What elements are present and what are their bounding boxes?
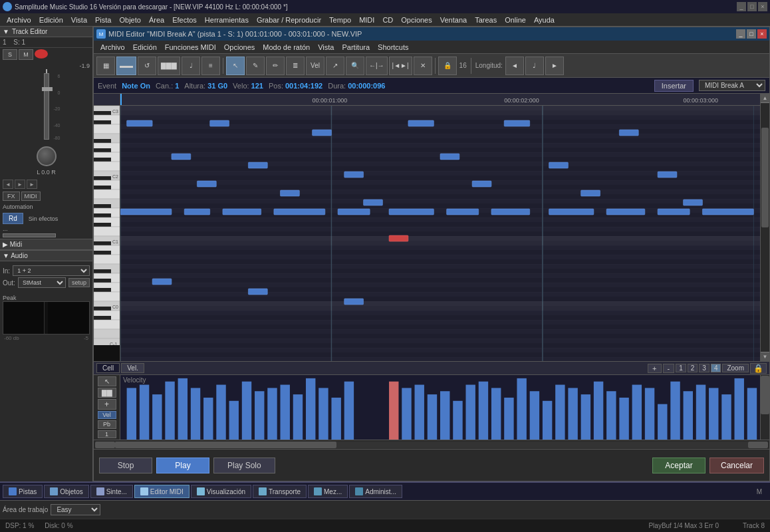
h-scroll-track[interactable]: [115, 442, 748, 448]
vel-minus-button[interactable]: -: [663, 364, 675, 373]
vel-vel-button[interactable]: Vel: [98, 411, 116, 419]
close-button[interactable]: ×: [758, 2, 767, 11]
menu-edicion[interactable]: Edición: [35, 13, 67, 27]
scroll-thumb-v[interactable]: [761, 128, 769, 227]
h-scroll-right[interactable]: [748, 442, 768, 448]
output-select[interactable]: StMast: [18, 277, 66, 288]
tool-pencil[interactable]: ✎: [246, 57, 265, 75]
taskbar-editor-midi[interactable]: Editor MIDI: [134, 485, 190, 498]
tool-trim[interactable]: |◄►|: [389, 57, 412, 75]
tool-lines[interactable]: ≣: [286, 57, 305, 75]
scroll-up-button[interactable]: ▲: [761, 94, 769, 103]
minimize-button[interactable]: _: [737, 2, 746, 11]
menu-ventana[interactable]: Ventana: [436, 13, 471, 27]
midi-section-header[interactable]: ▶ Midi: [0, 239, 92, 250]
midi-close-button[interactable]: ×: [757, 29, 767, 39]
menu-pista[interactable]: Pista: [91, 13, 115, 27]
menu-vista[interactable]: Vista: [67, 13, 91, 27]
vel-num-3[interactable]: 3: [699, 364, 709, 372]
longuitud-right[interactable]: ►: [545, 57, 564, 75]
note-canvas[interactable]: [120, 106, 760, 361]
taskbar-objetos[interactable]: Objetos: [44, 485, 88, 498]
menu-grabar[interactable]: Grabar / Reproducir: [253, 13, 325, 27]
menu-ayuda[interactable]: Ayuda: [530, 13, 559, 27]
vel-num-4[interactable]: 4: [711, 364, 721, 372]
longuitud-left[interactable]: ◄: [505, 57, 524, 75]
taskbar-visualizacion[interactable]: Visualización: [191, 485, 251, 498]
menu-opciones[interactable]: Opciones: [397, 13, 436, 27]
midi-menu-opciones[interactable]: Opciones: [220, 41, 259, 54]
velocity-bars-area[interactable]: Velocity: [120, 375, 760, 440]
tool-notes[interactable]: ♩: [182, 57, 200, 75]
maximize-button[interactable]: □: [747, 2, 757, 11]
menu-tempo[interactable]: Tempo: [325, 13, 355, 27]
zoom-button[interactable]: Zoom: [722, 364, 749, 372]
tool-vel[interactable]: Vel: [306, 57, 324, 75]
fx-button[interactable]: FX: [3, 192, 20, 201]
midi-menu-shortcuts[interactable]: Shortcuts: [374, 41, 412, 54]
vel-1-button[interactable]: 1: [98, 430, 116, 438]
vel-scroll-thumb[interactable]: [761, 376, 769, 414]
h-scroll-left[interactable]: [95, 442, 115, 448]
tool-loop[interactable]: ↺: [138, 57, 156, 75]
tool-select[interactable]: ↖: [226, 57, 245, 75]
menu-cd[interactable]: CD: [378, 13, 397, 27]
taskbar-pistas[interactable]: Pistas: [3, 485, 43, 498]
midi-break-select[interactable]: MIDI Break A: [699, 80, 765, 91]
rec-button[interactable]: [35, 49, 48, 59]
menu-online[interactable]: Online: [501, 13, 530, 27]
scroll-down-button[interactable]: ▼: [761, 352, 769, 361]
tool-grid[interactable]: ▦: [96, 57, 115, 75]
menu-midi[interactable]: MIDI: [355, 13, 378, 27]
rd-button[interactable]: Rd: [3, 213, 23, 224]
menu-herramientas[interactable]: Herramientas: [201, 13, 253, 27]
vertical-scrollbar[interactable]: ▲ ▼: [760, 94, 769, 361]
lock-vel-button[interactable]: 🔒: [750, 363, 767, 374]
s-button[interactable]: S: [3, 49, 17, 60]
setup-button[interactable]: setup: [68, 278, 90, 287]
play-solo-button[interactable]: Play Solo: [213, 458, 275, 473]
tool-arrow-right[interactable]: ↗: [326, 57, 344, 75]
ch-btn-2[interactable]: ►: [15, 180, 25, 189]
input-select[interactable]: 1 + 2: [13, 265, 90, 276]
taskbar-mez[interactable]: Mez...: [308, 485, 348, 498]
midi-menu-modo[interactable]: Modo de ratón: [259, 41, 314, 54]
midi-menu-edicion[interactable]: Edición: [129, 41, 161, 54]
m-button[interactable]: M: [19, 49, 33, 60]
midi-button[interactable]: MIDI: [21, 192, 41, 201]
menu-efectos[interactable]: Efectos: [168, 13, 201, 27]
menu-area[interactable]: Área: [145, 13, 168, 27]
vel-add-button[interactable]: +: [98, 399, 116, 410]
audio-section-header[interactable]: ▼ Audio: [0, 250, 92, 261]
midi-menu-partitura[interactable]: Partitura: [338, 41, 374, 54]
taskbar-administ[interactable]: Administ...: [349, 485, 402, 498]
collapse-arrow[interactable]: ▼: [3, 28, 9, 35]
tool-bars[interactable]: ▇▇▇: [158, 57, 180, 75]
tool-expand[interactable]: ←|→: [366, 57, 388, 75]
aceptar-button[interactable]: Aceptar: [652, 458, 706, 473]
midi-maximize-button[interactable]: □: [747, 29, 756, 39]
horizontal-scrollbar[interactable]: [94, 440, 769, 449]
fader-thumb[interactable]: [42, 87, 53, 91]
tool-draw[interactable]: ✏: [266, 57, 285, 75]
menu-tareas[interactable]: Tareas: [471, 13, 501, 27]
taskbar-sinte[interactable]: Sinte...: [90, 485, 133, 498]
vel-plus-button[interactable]: +: [648, 364, 661, 373]
menu-objeto[interactable]: Objeto: [116, 13, 145, 27]
tool-piano[interactable]: ▬▬: [116, 57, 136, 75]
cancelar-button[interactable]: Cancelar: [709, 458, 764, 473]
tab-vel[interactable]: Vel.: [121, 363, 144, 373]
vel-cursor-button[interactable]: ↖: [98, 376, 116, 386]
midi-menu-vista[interactable]: Vista: [314, 41, 338, 54]
tool-lock[interactable]: 🔒: [438, 57, 457, 75]
pan-knob[interactable]: [37, 146, 57, 166]
midi-minimize-button[interactable]: _: [736, 29, 745, 39]
workspace-select[interactable]: Easy Advanced Custom: [51, 504, 100, 515]
ch-btn-1[interactable]: ◄: [3, 180, 13, 189]
stop-button[interactable]: Stop: [99, 458, 152, 473]
vel-bars-button[interactable]: ▇▇: [98, 388, 116, 398]
vel-pb-button[interactable]: Pb: [98, 420, 116, 428]
play-button[interactable]: Play: [156, 458, 209, 473]
insert-button[interactable]: Insertar: [654, 80, 694, 92]
vel-scrollbar[interactable]: [760, 375, 769, 440]
